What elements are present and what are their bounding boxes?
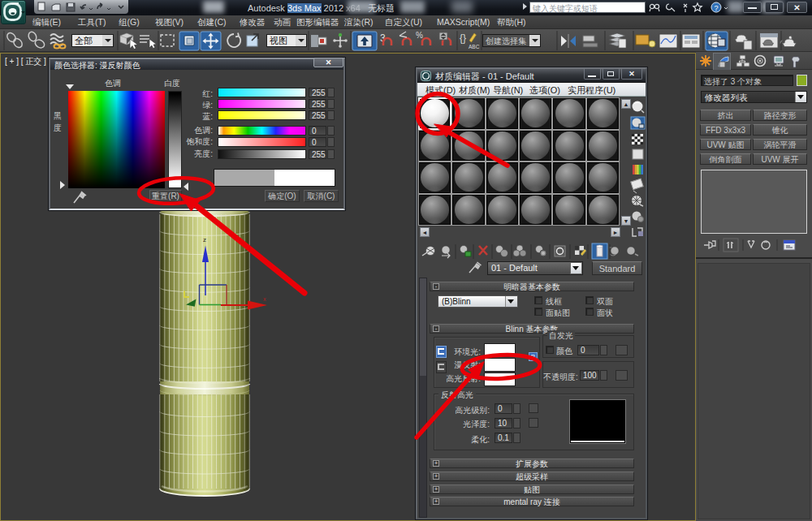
svg-text:z: z xyxy=(203,236,206,243)
svg-text:x: x xyxy=(263,296,266,302)
svg-text:?: ? xyxy=(714,4,718,12)
